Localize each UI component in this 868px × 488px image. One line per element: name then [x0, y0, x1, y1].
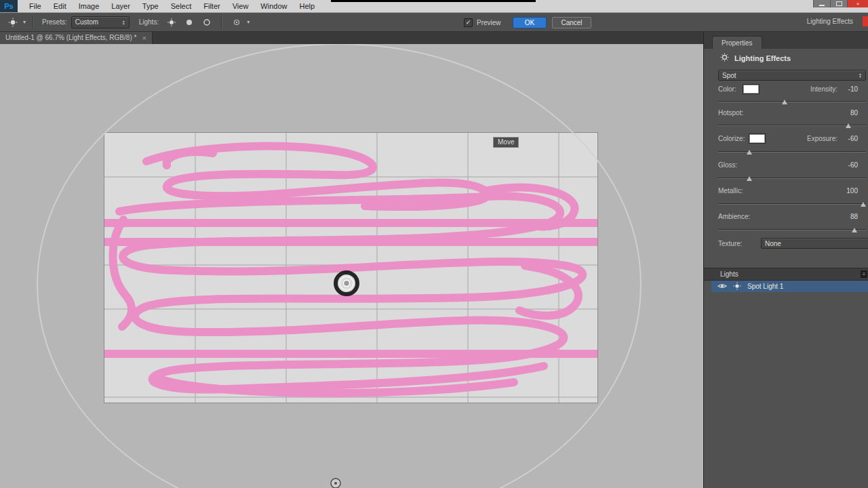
preview-label: Preview [477, 19, 501, 26]
ambience-value[interactable]: 88 [842, 213, 858, 220]
ellipse-bottom-handle [331, 479, 340, 488]
document-tab[interactable]: Untitled-1 @ 66.7% (Light Effects, RGB/8… [0, 31, 153, 44]
metallic-label: Metallic: [718, 187, 743, 195]
hotspot-slider[interactable] [718, 123, 866, 129]
spot-light-option-icon[interactable] [167, 18, 176, 27]
options-bar: ▾ Presets: Custom ▲▼ Lights: ▾ ✓ Preview… [0, 13, 868, 32]
color-label: Color: [718, 85, 736, 93]
preview-checkbox[interactable]: ✓ [464, 18, 473, 27]
point-light-option-icon[interactable] [184, 18, 194, 27]
intensity-slider[interactable] [718, 99, 866, 105]
metallic-value[interactable]: 100 [842, 187, 858, 195]
color-intensity-row: Color: Intensity: -10 [718, 85, 858, 94]
properties-tab-bar: Properties [704, 31, 868, 49]
canvas-area[interactable]: Move [0, 44, 703, 488]
hotspot-value[interactable]: 80 [842, 109, 858, 117]
reset-lights-caret-icon[interactable]: ▾ [247, 19, 250, 25]
tab-properties[interactable]: Properties [712, 36, 762, 49]
light-item-name: Spot Light 1 [747, 283, 783, 290]
maximize-button[interactable] [830, 0, 847, 7]
properties-title: Lighting Effects [734, 54, 791, 62]
gloss-slider[interactable] [718, 176, 866, 182]
light-type-select[interactable]: Spot ▲▼ [718, 70, 866, 81]
photoshop-logo: Ps [0, 0, 18, 12]
ambience-slider-thumb[interactable] [852, 228, 857, 232]
menu-help[interactable]: Help [293, 0, 321, 12]
menu-window[interactable]: Window [254, 0, 293, 12]
metallic-row: Metallic: 100 [718, 186, 858, 195]
ambience-slider[interactable] [718, 227, 866, 233]
colorize-label: Colorize: [718, 135, 745, 142]
check-icon: ✓ [466, 19, 471, 26]
gloss-slider-thumb[interactable] [747, 176, 752, 181]
intensity-value[interactable]: -10 [842, 85, 858, 93]
menu-type[interactable]: Type [136, 0, 165, 12]
menu-select[interactable]: Select [165, 0, 198, 12]
presets-select-arrows-icon: ▲▼ [118, 20, 125, 25]
color-swatch[interactable] [743, 84, 760, 94]
panel-menu-icon[interactable]: ≡ [861, 270, 867, 278]
metallic-slider[interactable] [718, 201, 866, 207]
tab-close-icon[interactable]: × [142, 34, 146, 42]
ambience-row: Ambience: 88 [718, 212, 858, 221]
panel-close-button[interactable] [863, 16, 868, 26]
properties-panel: Properties Lighting Effects Spot ▲▼ Colo… [703, 31, 868, 488]
ok-button[interactable]: OK [513, 17, 547, 28]
light-row-spot-light-1[interactable]: Spot Light 1 [711, 281, 868, 292]
exposure-value[interactable]: -60 [842, 135, 858, 142]
options-separator [33, 16, 34, 28]
intensity-slider-thumb[interactable] [782, 100, 787, 104]
gloss-value[interactable]: -60 [842, 161, 858, 169]
light-tool-icon[interactable] [8, 18, 18, 27]
minimize-button[interactable] [813, 0, 830, 7]
spot-light-icon [733, 282, 741, 291]
document-tab-bar: Untitled-1 @ 66.7% (Light Effects, RGB/8… [0, 31, 703, 44]
metallic-slider-track [718, 203, 866, 204]
lights-header-label: Lights [720, 270, 738, 278]
menu-layer[interactable]: Layer [105, 0, 136, 12]
maximize-icon [836, 1, 842, 6]
metallic-slider-thumb[interactable] [861, 202, 866, 207]
texture-label: Texture: [718, 240, 743, 247]
menu-view[interactable]: View [226, 0, 255, 12]
menu-file[interactable]: File [23, 0, 47, 12]
gloss-slider-track [718, 178, 866, 178]
hotspot-slider-thumb[interactable] [846, 123, 851, 128]
lights-panel-header: Lights ≡ [704, 268, 868, 281]
menu-image[interactable]: Image [73, 0, 106, 12]
visibility-eye-icon[interactable] [717, 283, 727, 291]
exposure-slider[interactable] [718, 149, 866, 155]
ambience-slider-track [718, 229, 866, 230]
colorize-swatch[interactable] [749, 134, 766, 144]
colorize-exposure-row: Colorize: Exposure: -60 [718, 134, 858, 143]
gloss-row: Gloss: -60 [718, 161, 858, 169]
light-type-select-arrows-icon: ▲▼ [854, 73, 862, 78]
intensity-label: Intensity: [810, 85, 837, 93]
light-type-value: Spot [722, 72, 736, 79]
presets-value: Custom [75, 18, 98, 26]
hotspot-row: Hotspot: 80 [718, 108, 858, 117]
close-button[interactable]: × [847, 0, 868, 7]
lights-label: Lights: [139, 18, 159, 26]
menu-edit[interactable]: Edit [47, 0, 73, 12]
hotspot-slider-track [718, 125, 866, 125]
document-tab-title: Untitled-1 @ 66.7% (Light Effects, RGB/8… [5, 34, 136, 41]
tool-caret-icon[interactable]: ▾ [23, 19, 26, 25]
menu-filter[interactable]: Filter [197, 0, 226, 12]
window-controls: × [813, 0, 868, 7]
texture-select[interactable]: None ▲▼ [761, 238, 868, 249]
texture-value: None [765, 240, 781, 247]
close-icon: × [856, 1, 860, 7]
presets-select[interactable]: Custom ▲▼ [71, 16, 130, 28]
gloss-label: Gloss: [718, 161, 737, 169]
hotspot-label: Hotspot: [718, 109, 743, 117]
exposure-slider-thumb[interactable] [747, 150, 752, 155]
exposure-label: Exposure: [807, 135, 837, 142]
reset-lights-icon[interactable] [232, 18, 241, 27]
infinite-light-option-icon[interactable] [202, 18, 212, 27]
lighting-effects-bar-title: Lighting Effects [807, 18, 853, 25]
properties-header: Lighting Effects [720, 53, 791, 63]
top-overlay-strip [331, 0, 536, 2]
spotlight-center-handle[interactable] [326, 263, 367, 304]
cancel-button[interactable]: Cancel [552, 17, 591, 28]
